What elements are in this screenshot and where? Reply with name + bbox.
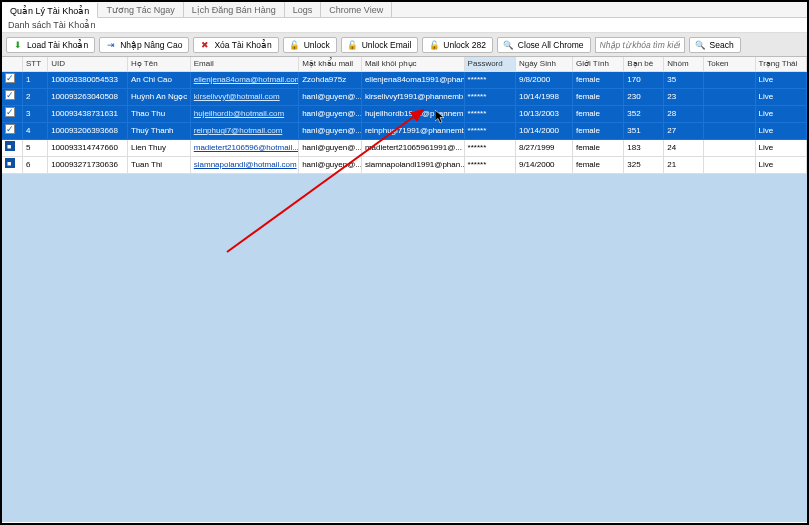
email-link[interactable]: ellenjena84oma@hotmail.com [194, 75, 299, 84]
cell: ****** [464, 123, 515, 140]
cell: female [572, 140, 623, 157]
cell: female [572, 89, 623, 106]
table-row[interactable]: 6100093271730636Tuan Thisiamnapolandl@ho… [2, 157, 807, 174]
search-button[interactable]: 🔍 Seach [689, 37, 741, 53]
cell: hanl@guyen@... [299, 157, 362, 174]
cell: female [572, 72, 623, 89]
cell: ****** [464, 106, 515, 123]
cell: 2 [23, 89, 48, 106]
panel-caption: Danh sách Tài Khoản [2, 18, 807, 33]
column-header[interactable]: Ngày Sinh [515, 57, 572, 72]
load-accounts-button[interactable]: ⬇ Load Tài Khoản [6, 37, 95, 53]
unlock-button[interactable]: 🔓 Unlock [283, 37, 337, 53]
unlock-icon: 🔓 [290, 40, 300, 50]
tab-tương-tác-ngay[interactable]: Tương Tác Ngay [98, 2, 183, 17]
cell: 4 [23, 123, 48, 140]
cell: ****** [464, 72, 515, 89]
cell [2, 157, 23, 174]
table-row[interactable]: 4100093206393668Thuỳ Thanhreinphugi7@hot… [2, 123, 807, 140]
column-header[interactable]: Nhóm [664, 57, 704, 72]
row-checkbox[interactable] [5, 107, 15, 117]
email-link[interactable]: reinphugi7@hotmail.com [194, 126, 283, 135]
cell: 183 [624, 140, 664, 157]
table-row[interactable]: 1100093380054533An Chi Caoellenjena84oma… [2, 72, 807, 89]
cell: Thao Thu [128, 106, 191, 123]
grid-area: STTUIDHọ TênEmailMật khẩu mailMail khôi … [2, 57, 807, 522]
cell: 325 [624, 157, 664, 174]
email-link[interactable]: siamnapolandl@hotmail.com [194, 160, 297, 169]
row-checkbox[interactable] [5, 124, 15, 134]
column-header[interactable]: Password [464, 57, 515, 72]
column-header[interactable]: Mail khôi phục [361, 57, 464, 72]
delete-account-button[interactable]: ✖ Xóa Tài Khoản [193, 37, 278, 53]
cell [704, 106, 755, 123]
row-checkbox[interactable] [5, 158, 15, 168]
cell [2, 140, 23, 157]
button-label: Unlock [304, 40, 330, 50]
column-header[interactable]: Mật khẩu mail [299, 57, 362, 72]
search-icon: 🔍 [504, 40, 514, 50]
button-label: Close All Chrome [518, 40, 584, 50]
tab-lịch-đăng-bán-hàng[interactable]: Lịch Đăng Bán Hàng [184, 2, 285, 17]
cell: 100093438731631 [48, 106, 128, 123]
cell: An Chi Cao [128, 72, 191, 89]
table-row[interactable]: 5100093314747660Lien Thuymadietert210659… [2, 140, 807, 157]
cell: female [572, 123, 623, 140]
column-header[interactable]: Họ Tên [128, 57, 191, 72]
search-input[interactable] [595, 37, 685, 53]
cell [2, 123, 23, 140]
button-label: Seach [710, 40, 734, 50]
cell [704, 72, 755, 89]
cell: siamnapolandl1991@phan... [361, 157, 464, 174]
cell: hanl@guyen@... [299, 140, 362, 157]
button-label: Load Tài Khoản [27, 40, 88, 50]
column-header[interactable]: STT [23, 57, 48, 72]
column-header[interactable]: Token [704, 57, 755, 72]
cell: 8/27/1999 [515, 140, 572, 157]
unlock-282-button[interactable]: 🔓 Unlock 282 [422, 37, 493, 53]
cell: 10/14/2000 [515, 123, 572, 140]
cell [2, 72, 23, 89]
close-all-chrome-button[interactable]: 🔍 Close All Chrome [497, 37, 591, 53]
tab-chrome-view[interactable]: Chrome View [321, 2, 392, 17]
cell: Lien Thuy [128, 140, 191, 157]
unlock-email-button[interactable]: 🔓 Unlock Email [341, 37, 419, 53]
table-row[interactable]: 2100093263040508Huỳnh An Ngọckirselivvyf… [2, 89, 807, 106]
cell: 100093380054533 [48, 72, 128, 89]
accounts-table[interactable]: STTUIDHọ TênEmailMật khẩu mailMail khôi … [2, 57, 807, 174]
column-header[interactable]: Giới Tính [572, 57, 623, 72]
tab-logs[interactable]: Logs [285, 2, 322, 17]
row-checkbox[interactable] [5, 73, 15, 83]
column-header[interactable]: Bạn bè [624, 57, 664, 72]
cell: 27 [664, 123, 704, 140]
button-label: Unlock Email [362, 40, 412, 50]
app-window: Quản Lý Tài KhoảnTương Tác NgayLịch Đăng… [0, 0, 809, 525]
cell: 10/14/1998 [515, 89, 572, 106]
cell: hujeilhordb@hotmail.com [190, 106, 298, 123]
cell: Live [755, 140, 806, 157]
cell: 28 [664, 106, 704, 123]
button-label: Nhập Nâng Cao [120, 40, 182, 50]
cell: Thuỳ Thanh [128, 123, 191, 140]
column-header[interactable]: Trạng Thái [755, 57, 806, 72]
cell: Huỳnh An Ngọc [128, 89, 191, 106]
cell: 23 [664, 89, 704, 106]
cell [704, 140, 755, 157]
import-advanced-button[interactable]: ⇥ Nhập Nâng Cao [99, 37, 189, 53]
email-link[interactable]: hujeilhordb@hotmail.com [194, 109, 284, 118]
cell: hanl@guyen@... [299, 89, 362, 106]
row-checkbox[interactable] [5, 141, 15, 151]
column-header[interactable]: Email [190, 57, 298, 72]
cell: ellenjena84oma@hotmail.com [190, 72, 298, 89]
column-header[interactable]: UID [48, 57, 128, 72]
download-icon: ⬇ [13, 40, 23, 50]
email-link[interactable]: kirselivvyf@hotmail.com [194, 92, 280, 101]
email-link[interactable]: madietert2106596@hotmail... [194, 143, 299, 152]
cell: 5 [23, 140, 48, 157]
search-icon: 🔍 [696, 40, 706, 50]
tab-quản-lý-tài-khoản[interactable]: Quản Lý Tài Khoản [2, 3, 98, 18]
cell: ellenjena84oma1991@phan... [361, 72, 464, 89]
column-header[interactable] [2, 57, 23, 72]
table-row[interactable]: 3100093438731631Thao Thuhujeilhordb@hotm… [2, 106, 807, 123]
row-checkbox[interactable] [5, 90, 15, 100]
